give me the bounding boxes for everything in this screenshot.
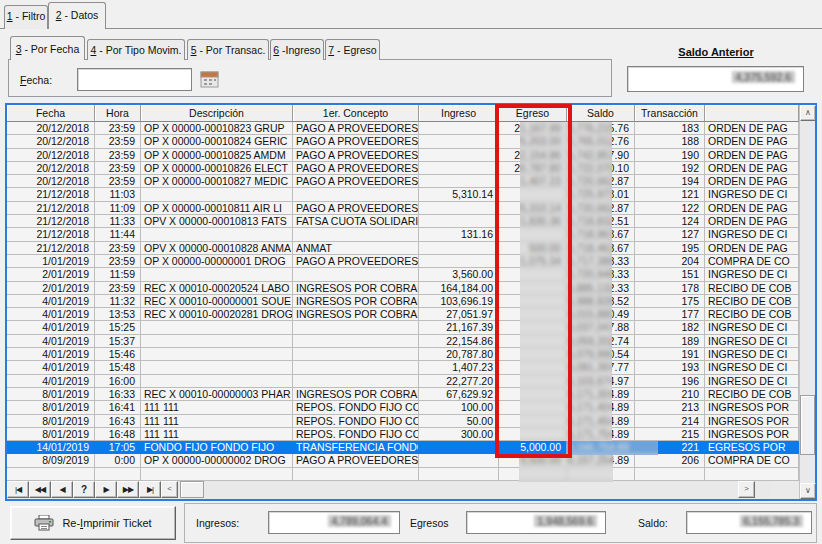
cell-fecha[interactable]: 21/12/2018	[7, 242, 95, 255]
cell-ingreso[interactable]: 131.16	[419, 228, 499, 241]
cell-hora[interactable]: 23:59	[95, 282, 141, 295]
cell-ingreso[interactable]	[419, 242, 499, 255]
table-row[interactable]: 20/12/201823:59OP X 00000-00010825 AMDMP…	[7, 149, 799, 162]
table-row-selected[interactable]: 14/01/201917:05FONDO FIJO FONDO FIJOTRAN…	[7, 441, 799, 454]
cell-hora[interactable]: 16:48	[95, 428, 141, 441]
cell-ingreso[interactable]: 1,407.23	[419, 361, 499, 374]
cell-fecha[interactable]: 21/12/2018	[7, 202, 95, 215]
cell-hora[interactable]: 23:59	[95, 242, 141, 255]
cell-tipo[interactable]: INGRESOS POR	[705, 428, 799, 441]
nav-prior-page-button[interactable]: ◀◀	[29, 481, 51, 498]
cell-tipo[interactable]: ORDEN DE PAG	[705, 215, 799, 228]
cell-transaccion[interactable]: 192	[635, 162, 705, 175]
table-row[interactable]: 8/01/201916:33REC X 00010-00000003 PHARI…	[7, 388, 799, 401]
cell-ingreso[interactable]: 5,310.14	[419, 188, 499, 201]
table-row[interactable]: 8/01/201916:41111 111REPOS. FONDO FIJO C…	[7, 401, 799, 414]
cell-transaccion[interactable]: 178	[635, 282, 705, 295]
cell-fecha[interactable]: 1/01/2019	[7, 255, 95, 268]
cell-hora[interactable]: 16:41	[95, 401, 141, 414]
cell-ingreso[interactable]: 164,184.00	[419, 282, 499, 295]
cell-ingreso[interactable]: 50.00	[419, 415, 499, 428]
cell-descripcion[interactable]: OP X 00000-00010823 GRUP	[141, 122, 293, 135]
table-row[interactable]: 4/01/201913:53REC X 00010-00020281 DROGI…	[7, 308, 799, 321]
cell-descripcion[interactable]	[141, 375, 293, 388]
cell-concepto[interactable]	[293, 321, 419, 334]
cell-fecha[interactable]	[7, 468, 95, 481]
nav-first-button[interactable]: |◀	[7, 481, 29, 498]
cell-fecha[interactable]: 8/01/2019	[7, 401, 95, 414]
cell-descripcion[interactable]	[141, 228, 293, 241]
table-row[interactable]: 1/01/201923:59OP X 00000-00000001 DROGPA…	[7, 255, 799, 268]
cell-tipo[interactable]: INGRESO DE CI	[705, 321, 799, 334]
cell-tipo[interactable]: ORDEN DE PAG	[705, 242, 799, 255]
cell-tipo[interactable]: RECIBO DE COB	[705, 295, 799, 308]
table-row[interactable]: 4/01/201911:32REC X 00010-00000001 SOUEI…	[7, 295, 799, 308]
cell-transaccion[interactable]: 177	[635, 308, 705, 321]
cell-hora[interactable]: 11:33	[95, 215, 141, 228]
cell-descripcion[interactable]: REC X 00010-00020524 LABO	[141, 282, 293, 295]
scroll-left-icon[interactable]: <	[161, 481, 178, 498]
table-row[interactable]: 4/01/201915:3722,154.866,059,202.74189IN…	[7, 335, 799, 348]
column-header-concepto[interactable]: 1er. Concepto	[293, 105, 419, 122]
cell-concepto[interactable]	[293, 268, 419, 281]
cell-fecha[interactable]: 4/01/2019	[7, 321, 95, 334]
cell-hora[interactable]: 11:03	[95, 188, 141, 201]
cell-transaccion[interactable]: 204	[635, 255, 705, 268]
cell-tipo[interactable]: INGRESO DE CI	[705, 268, 799, 281]
table-row[interactable]: 20/12/201823:59OP X 00000-00010826 ELECT…	[7, 162, 799, 175]
cell-concepto[interactable]: INGRESOS POR COBRANZAS	[293, 308, 419, 321]
cell-tipo[interactable]: EGRESOS POR	[705, 441, 799, 454]
cell-descripcion[interactable]: REC X 00010-00000001 SOUE	[141, 295, 293, 308]
cell-transaccion[interactable]: 122	[635, 202, 705, 215]
cell-transaccion[interactable]: 193	[635, 361, 705, 374]
cell-ingreso[interactable]	[419, 135, 499, 148]
cell-ingreso[interactable]	[419, 122, 499, 135]
cell-hora[interactable]: 13:53	[95, 308, 141, 321]
cell-concepto[interactable]: PAGO A PROVEEDORES	[293, 175, 419, 188]
egresos-field[interactable]: 1,948,569.6	[466, 511, 606, 534]
table-row[interactable]: 21/12/201811:33OPV X 00000-00010813 FATS…	[7, 215, 799, 228]
table-row[interactable]: 21/12/201811:09OP X 00000-00010811 AIR L…	[7, 202, 799, 215]
cell-fecha[interactable]: 14/01/2019	[7, 441, 95, 454]
cell-hora[interactable]: 16:00	[95, 375, 141, 388]
cell-concepto[interactable]: PAGO A PROVEEDORES	[293, 202, 419, 215]
cell-hora[interactable]: 15:37	[95, 335, 141, 348]
cell-ingreso[interactable]: 100.00	[419, 401, 499, 414]
cell-transaccion[interactable]: 124	[635, 215, 705, 228]
horizontal-scroll-thumb[interactable]	[180, 481, 204, 498]
vertical-scroll-thumb[interactable]	[800, 395, 815, 455]
scroll-up-icon[interactable]: ∧	[800, 105, 816, 121]
cell-hora[interactable]: 17:05	[95, 441, 141, 454]
cell-ingreso[interactable]: 21,167.39	[419, 321, 499, 334]
tab-por-tipo-movim[interactable]: 4 - Por Tipo Movim.	[87, 39, 185, 60]
nav-last-button[interactable]: ▶|	[139, 481, 161, 498]
cell-transaccion[interactable]	[635, 468, 705, 481]
cell-concepto[interactable]	[293, 375, 419, 388]
table-row[interactable]: 8/01/201916:48111 111REPOS. FONDO FIJO C…	[7, 428, 799, 441]
table-row[interactable]: 20/12/201823:59OP X 00000-00010827 MEDIC…	[7, 175, 799, 188]
cell-concepto[interactable]	[293, 228, 419, 241]
cell-fecha[interactable]: 20/12/2018	[7, 122, 95, 135]
cell-fecha[interactable]: 8/09/2019	[7, 454, 95, 467]
cell-descripcion[interactable]	[141, 468, 293, 481]
cell-concepto[interactable]: PAGO A PROVEEDORES	[293, 149, 419, 162]
table-row[interactable]: 2/01/201911:593,560.005,720,948.33151ING…	[7, 268, 799, 281]
cell-concepto[interactable]: INGRESOS POR COBRANZAS	[293, 295, 419, 308]
cell-descripcion[interactable]	[141, 335, 293, 348]
cell-fecha[interactable]: 4/01/2019	[7, 348, 95, 361]
cell-descripcion[interactable]: 111 111	[141, 415, 293, 428]
cell-descripcion[interactable]: OP X 00000-00000001 DROG	[141, 255, 293, 268]
cell-transaccion[interactable]: 196	[635, 375, 705, 388]
tab-ingreso[interactable]: 6 -Ingreso	[270, 39, 324, 60]
cell-descripcion[interactable]	[141, 348, 293, 361]
column-header-descripcion[interactable]: Descripción	[141, 105, 293, 122]
cell-hora[interactable]: 15:25	[95, 321, 141, 334]
cell-ingreso[interactable]: 300.00	[419, 428, 499, 441]
cell-hora[interactable]: 23:59	[95, 255, 141, 268]
cell-ingreso[interactable]	[419, 149, 499, 162]
cell-fecha[interactable]: 8/01/2019	[7, 388, 95, 401]
cell-concepto[interactable]: INGRESOS POR COBRANZAS	[293, 282, 419, 295]
cell-concepto[interactable]: PAGO A PROVEEDORES	[293, 255, 419, 268]
cell-tipo[interactable]: ORDEN DE PAG	[705, 162, 799, 175]
cell-tipo[interactable]: INGRESO DE CI	[705, 188, 799, 201]
